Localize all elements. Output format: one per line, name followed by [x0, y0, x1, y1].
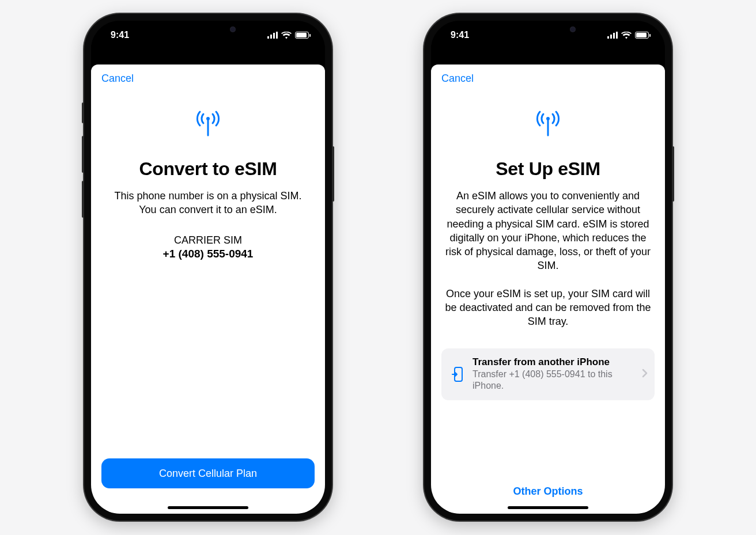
phone-frame-left: 9:41 Cancel [84, 14, 332, 521]
svg-rect-1 [270, 35, 272, 39]
antenna-icon [534, 110, 562, 139]
cancel-button[interactable]: Cancel [441, 73, 474, 85]
svg-rect-6 [610, 35, 612, 39]
wifi-icon [621, 32, 632, 39]
transfer-from-iphone-row[interactable]: Transfer from another iPhone Transfer +1… [441, 348, 655, 401]
cellular-signal-icon [267, 32, 278, 39]
svg-rect-3 [276, 32, 278, 39]
wifi-icon [281, 32, 292, 39]
battery-icon [295, 32, 309, 39]
transfer-title: Transfer from another iPhone [472, 356, 642, 368]
cellular-signal-icon [607, 32, 618, 39]
status-time: 9:41 [111, 30, 129, 40]
description-paragraph-1: An eSIM allows you to conveniently and s… [441, 189, 655, 273]
carrier-phone-number: +1 (408) 555-0941 [163, 248, 254, 260]
svg-point-9 [546, 117, 550, 120]
convert-cellular-plan-button[interactable]: Convert Cellular Plan [101, 458, 315, 488]
phone-frame-right: 9:41 Cancel [424, 14, 672, 521]
status-time: 9:41 [451, 30, 469, 40]
notch [164, 21, 252, 38]
home-indicator[interactable] [168, 506, 248, 509]
transfer-to-phone-icon [449, 366, 466, 382]
modal-sheet: Cancel Convert to eSIM This phone number… [91, 64, 325, 514]
antenna-icon [194, 110, 222, 139]
chevron-right-icon [642, 369, 648, 380]
notch [504, 21, 592, 38]
subtitle-text: This phone number is on a physical SIM. … [101, 189, 315, 217]
page-title: Convert to eSIM [139, 158, 277, 180]
home-indicator[interactable] [508, 506, 588, 509]
battery-icon [635, 32, 649, 39]
carrier-label: CARRIER SIM [163, 234, 254, 246]
page-title: Set Up eSIM [496, 158, 600, 180]
svg-rect-7 [613, 33, 615, 39]
carrier-info: CARRIER SIM +1 (408) 555-0941 [163, 234, 254, 260]
svg-rect-0 [267, 36, 269, 39]
svg-point-4 [206, 117, 210, 120]
other-options-button[interactable]: Other Options [509, 481, 588, 502]
svg-rect-2 [273, 33, 275, 39]
cancel-button[interactable]: Cancel [101, 73, 134, 85]
phone-screen: 9:41 Cancel [431, 21, 665, 514]
svg-rect-5 [607, 36, 609, 39]
phone-screen: 9:41 Cancel [91, 21, 325, 514]
svg-rect-8 [616, 32, 618, 39]
description-paragraph-2: Once your eSIM is set up, your SIM card … [441, 287, 655, 329]
transfer-subtitle: Transfer +1 (408) 555-0941 to this iPhon… [472, 369, 642, 393]
modal-sheet: Cancel Set Up eSIM An eSIM allows you to… [431, 64, 665, 514]
